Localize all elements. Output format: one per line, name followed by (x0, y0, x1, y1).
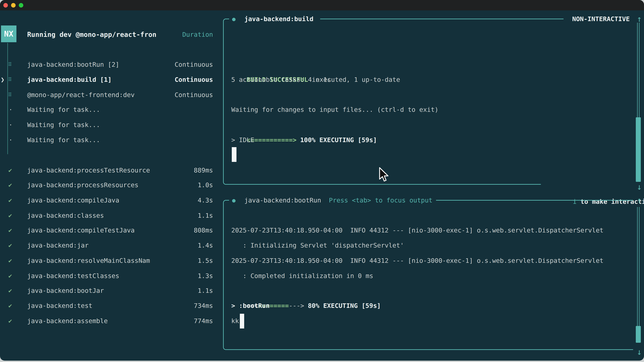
scroll-up-icon[interactable]: ↑ (635, 193, 644, 208)
pending-dot-icon: · (9, 132, 12, 147)
task-name: java-backend:bootJar (27, 283, 104, 298)
checkmark-icon: ✔ (8, 283, 12, 298)
build-output-waiting-line: Waiting for changes to input files... (c… (231, 102, 438, 117)
build-output-success-line: BUILD SUCCESSFUL in 1s (231, 57, 331, 72)
checkmark-icon: ✔ (8, 163, 12, 178)
task-name: java-backend:jar (27, 238, 88, 253)
task-name: Waiting for task... (27, 132, 100, 147)
terminal-window: NX Running dev @mono-app/react-fron Dura… (0, 0, 644, 361)
build-panel-header: ● java-backend:build NON-INTERACTIVE (0, 11, 644, 26)
task-duration: Continuous (174, 87, 213, 102)
task-row-done[interactable]: ✔ java-backend:jar 1.4s (0, 238, 223, 253)
gradle-progress-text: 100% EXECUTING [59s] (300, 136, 377, 144)
bootrun-panel-header: ● java-backend:bootRun Press <tab> to fo… (0, 193, 644, 208)
task-name: java-backend:build [1] (27, 72, 112, 87)
task-name: java-backend:resolveMainClassNam (27, 253, 150, 268)
zoom-window-button[interactable] (19, 3, 23, 7)
build-panel-scrollbar-thumb[interactable] (636, 117, 641, 182)
task-duration: Continuous (174, 57, 213, 72)
task-row-waiting[interactable]: · Waiting for task... (0, 117, 223, 132)
bootrun-panel-scrollbar-thumb[interactable] (636, 326, 641, 343)
task-duration: 808ms (194, 223, 213, 238)
task-row-done[interactable]: ✔ java-backend:processTestResource 889ms (0, 163, 223, 178)
task-row-build-selected[interactable]: ❯ ⠿ java-backend:build [1] Continuous (0, 72, 223, 87)
interactive-hint: i to make interactive (550, 179, 644, 194)
bootrun-panel-border-bottom (229, 349, 633, 350)
spinner-icon: ⠿ (8, 87, 12, 102)
non-interactive-badge: NON-INTERACTIVE (572, 11, 630, 26)
task-duration: 734ms (194, 298, 213, 313)
build-progress-line: <===========>100% EXECUTING [59s] (231, 117, 377, 132)
checkmark-icon: ✔ (8, 298, 12, 313)
close-window-button[interactable] (3, 3, 8, 7)
checkmark-icon: ✔ (8, 253, 12, 268)
task-duration: 889ms (194, 163, 213, 178)
bootrun-panel-border-corner (223, 344, 229, 350)
task-name: @mono-app/react-frontend:dev (27, 87, 135, 102)
task-duration: 1.5s (198, 253, 213, 268)
log-line: 2025-07-23T13:40:18.950-04:00 INFO 44312… (231, 223, 604, 238)
checkmark-icon: ✔ (8, 313, 12, 329)
log-line: 2025-07-23T13:40:18.950-04:00 INFO 44312… (231, 253, 604, 268)
pending-dot-icon: · (9, 102, 12, 117)
scroll-down-icon[interactable]: ↓ (635, 345, 644, 360)
terminal-cursor (240, 314, 244, 329)
titlebar (0, 0, 644, 10)
task-name: java-backend:testClasses (27, 268, 119, 283)
pending-dot-icon: · (9, 117, 12, 132)
bootrun-input-line[interactable]: kk (231, 313, 239, 329)
log-line: : Completed initialization in 0 ms (231, 268, 373, 283)
task-name: java-backend:test (27, 298, 92, 313)
task-row-frontend-dev[interactable]: ⠿ @mono-app/react-frontend:dev Continuou… (0, 87, 223, 102)
log-line: : Initializing Servlet 'dispatcherServle… (231, 238, 404, 253)
task-name: Waiting for task... (27, 102, 100, 117)
task-duration: 1.1s (198, 283, 213, 298)
task-row-waiting[interactable]: · Waiting for task... (0, 132, 223, 147)
pager: ← 1/2 → (5, 344, 46, 359)
task-row-done[interactable]: ✔ java-backend:bootJar 1.1s (0, 283, 223, 298)
build-panel-title: java-backend:build (244, 11, 314, 26)
task-duration: 1.1s (198, 208, 213, 223)
gradle-progress-tail: ---> (289, 302, 304, 309)
bootrun-panel-scrollbar-track[interactable] (637, 207, 640, 326)
task-name: java-backend:processTestResource (27, 163, 150, 178)
task-row-done[interactable]: ✔ java-backend:compileTestJava 808ms (0, 223, 223, 238)
task-duration: 774ms (194, 313, 213, 329)
task-row-bootrun[interactable]: ⠿ java-backend:bootRun [2] Continuous (0, 57, 223, 72)
build-idle-line: > IDLE (231, 132, 254, 147)
task-row-done[interactable]: ✔ java-backend:assemble 774ms (0, 313, 223, 329)
task-duration: Continuous (174, 72, 213, 87)
focus-output-hint: Press <tab> to focus output (329, 193, 432, 208)
minimize-window-button[interactable] (11, 3, 16, 7)
bootrun-progress-line: <<<========--->80% EXECUTING [59s] (231, 283, 381, 298)
task-row-done[interactable]: ✔ java-backend:resolveMainClassNam 1.5s (0, 253, 223, 268)
build-output-summary-line: 5 actionable tasks: 4 executed, 1 up-to-… (231, 72, 400, 87)
task-status-dot-icon: ● (232, 193, 236, 208)
task-name: Waiting for task... (27, 117, 100, 132)
duration-column-header: Duration (182, 27, 213, 42)
task-row-waiting[interactable]: · Waiting for task... (0, 102, 223, 117)
scroll-down-icon[interactable]: ↓ (635, 179, 644, 194)
task-row-done[interactable]: ✔ java-backend:classes 1.1s (0, 208, 223, 223)
bootrun-panel-border-left (223, 206, 224, 344)
task-list-title: Running dev @mono-app/react-fron (27, 27, 156, 42)
task-row-done[interactable]: ✔ java-backend:test 734ms (0, 298, 223, 313)
task-list-header: Running dev @mono-app/react-fron Duratio… (0, 27, 223, 42)
build-panel-scrollbar-track[interactable] (637, 23, 640, 120)
task-name: java-backend:assemble (27, 313, 108, 329)
checkmark-icon: ✔ (8, 268, 12, 283)
gradle-progress-text: 80% EXECUTING [59s] (308, 302, 381, 309)
task-row-done[interactable]: ✔ java-backend:testClasses 1.3s (0, 268, 223, 283)
terminal-cursor (232, 147, 236, 162)
spinner-icon: ⠿ (8, 72, 12, 87)
task-name: java-backend:bootRun [2] (27, 57, 119, 72)
task-name: java-backend:classes (27, 208, 104, 223)
bootrun-task-line: > :bootRun (231, 298, 270, 313)
task-duration: 1.4s (198, 238, 213, 253)
interactive-hint-line: i to make interactive (0, 179, 644, 194)
left-pane-footer: ← 1/2 → quit: q help: ? (0, 344, 223, 359)
build-panel-border-left (223, 24, 224, 179)
task-name: java-backend:compileTestJava (27, 223, 135, 238)
task-duration: 1.3s (198, 268, 213, 283)
task-status-dot-icon: ● (232, 11, 236, 26)
